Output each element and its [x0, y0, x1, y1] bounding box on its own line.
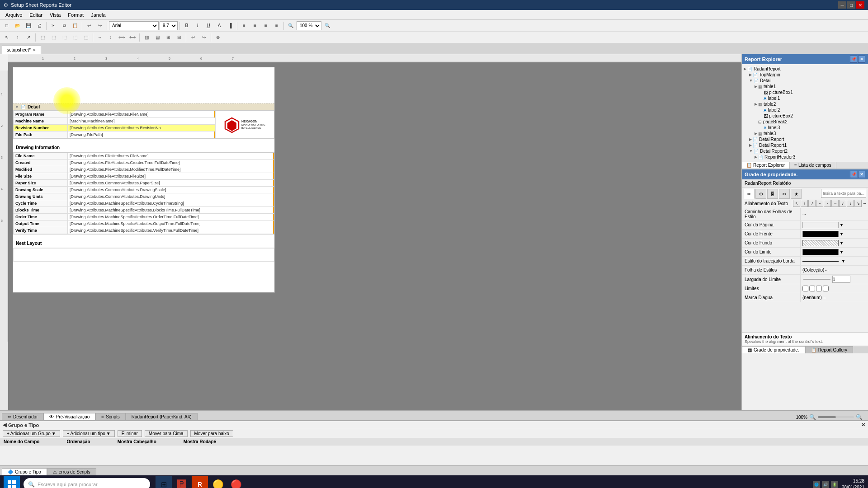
prop-tab-star[interactable]: ★ — [791, 189, 802, 199]
tb2-btn-9[interactable]: ↔ — [95, 33, 105, 42]
limit-checkbox-4[interactable] — [823, 286, 829, 291]
watermark-more[interactable]: ··· — [823, 296, 826, 300]
align-center-button[interactable]: ≡ — [250, 21, 260, 30]
tab-lista-campos[interactable]: ≡ Lista de campos — [790, 162, 836, 169]
move-up-button[interactable]: Mover para Cima — [145, 430, 188, 437]
tb2-redo[interactable]: ↪ — [199, 33, 209, 42]
delete-button[interactable]: Eliminar — [118, 430, 142, 437]
tree-item-picturebox2[interactable]: ▶ 🖼 pictureBox2 — [744, 113, 866, 119]
bordercolor-box[interactable] — [802, 249, 839, 255]
close-button[interactable]: ✕ — [856, 1, 864, 9]
menu-vista[interactable]: Vista — [46, 11, 64, 19]
add-group-button[interactable]: + Adicionar um Grupo ▼ — [3, 430, 60, 437]
tree-item-label2[interactable]: ▶ A label2 — [744, 107, 866, 113]
undo-button[interactable]: ↩ — [84, 21, 94, 30]
move-down-button[interactable]: Mover para baixo — [190, 430, 233, 437]
add-type-button[interactable]: + Adicionar um tipo ▼ — [63, 430, 115, 437]
prop-close-button[interactable]: ✕ — [858, 171, 865, 178]
border-width-input[interactable] — [832, 276, 850, 283]
taskbar-app-2[interactable]: 🅿 — [174, 476, 190, 488]
tab-grupo-tipo[interactable]: 🔷 Grupo e Tipo — [2, 468, 47, 475]
align-top-center[interactable]: ↑ — [801, 200, 808, 207]
menu-janela[interactable]: Janela — [87, 11, 109, 19]
justify-button[interactable]: ≡ — [272, 21, 282, 30]
limit-checkbox-2[interactable] — [809, 286, 815, 291]
tree-item-table2[interactable]: ▶ ▦ table2 — [744, 101, 866, 107]
tree-item-detailreport[interactable]: ▶ 📄 DetailReport — [744, 136, 866, 142]
zoom-in-button[interactable]: 🔍 — [322, 21, 332, 30]
align-mid-left[interactable]: ← — [816, 200, 823, 207]
collapse-icon[interactable]: ◀ — [3, 422, 6, 428]
tree-item-topmargin[interactable]: ▶ 📄 TopMargin — [744, 72, 866, 78]
bottom-tab-radanreport[interactable]: RadanReport (PaperKind: A4) — [126, 413, 198, 420]
bordercolor-dropdown[interactable]: ▼ — [840, 250, 844, 254]
border-style-dropdown[interactable]: ▼ — [841, 259, 845, 263]
tb2-btn-3[interactable]: ↗ — [24, 33, 33, 42]
page-color-box[interactable] — [802, 222, 839, 228]
tb2-btn-2[interactable]: ↑ — [13, 33, 23, 42]
tb2-btn-15[interactable]: ⊞ — [163, 33, 173, 42]
taskbar-app-5[interactable]: 🔴 — [228, 476, 244, 488]
tree-item-detailreport1[interactable]: ▶ 📄 DetailReport1 — [744, 142, 866, 148]
tree-item-label1[interactable]: ▶ A label1 — [744, 95, 866, 101]
tree-item-reportheader3[interactable]: ▶ 📄 ReportHeader3 — [744, 154, 866, 160]
tab-close-button[interactable]: ✕ — [33, 48, 36, 52]
tb2-btn-17[interactable]: ⊕ — [213, 33, 223, 42]
align-left-button[interactable]: ≡ — [239, 21, 249, 30]
cut-button[interactable]: ✂ — [48, 21, 58, 30]
tb2-btn-8[interactable]: ⬚ — [81, 33, 91, 42]
zoom-out-btn[interactable]: 🔍 — [809, 414, 816, 420]
group-type-close[interactable]: ✕ — [861, 422, 865, 428]
italic-button[interactable]: I — [193, 21, 203, 30]
page-color-dropdown[interactable]: ▼ — [840, 223, 844, 227]
backcolor-dropdown[interactable]: ▼ — [840, 241, 844, 245]
prop-tab-gear[interactable]: ⚙ — [755, 189, 766, 199]
tb2-btn-14[interactable]: ▤ — [152, 33, 162, 42]
tree-item-radanreport[interactable]: ▶ 📄 RadanReport — [744, 66, 866, 72]
font-color-button[interactable]: A — [214, 21, 224, 30]
limit-checkbox-1[interactable] — [802, 286, 808, 291]
copy-button[interactable]: ⧉ — [59, 21, 69, 30]
tree-item-table1[interactable]: ▶ ▦ table1 — [744, 84, 866, 89]
tb2-btn-12[interactable]: ⟷ — [127, 33, 137, 42]
taskbar-app-1[interactable]: ⊞ — [156, 476, 172, 488]
align-bot-right[interactable]: ↘ — [854, 200, 862, 207]
tb2-btn-16[interactable]: ⊟ — [174, 33, 184, 42]
align-bot-left[interactable]: ↙ — [839, 200, 846, 207]
prop-pin-button[interactable]: 📌 — [850, 171, 857, 178]
zoom-slider[interactable] — [818, 416, 854, 418]
taskbar-app-4[interactable]: 🟡 — [210, 476, 226, 488]
zoom-selector[interactable]: 100 % — [297, 21, 321, 30]
new-button[interactable]: □ — [2, 21, 12, 30]
bottom-tab-gallery[interactable]: 📋 Report Gallery — [805, 346, 853, 353]
align-top-left[interactable]: ↖ — [793, 200, 800, 207]
redo-button[interactable]: ↪ — [95, 21, 105, 30]
canvas-scroll[interactable]: ▼ 📄 Detail Program Name [Drawing.Attribu… — [8, 62, 741, 410]
tb2-btn-5[interactable]: ⬚ — [48, 33, 58, 42]
tree-item-picturebox1[interactable]: ▶ 🖼 pictureBox1 — [744, 89, 866, 95]
prop-tab-db[interactable]: 🗄 — [767, 189, 778, 199]
underline-button[interactable]: U — [203, 21, 213, 30]
tree-item-pagebreak2[interactable]: ▶ ⊟ pageBreak2 — [744, 119, 866, 125]
save-button[interactable]: 💾 — [24, 21, 33, 30]
prop-more-stylesheetpath[interactable]: ··· — [802, 212, 806, 216]
explorer-close-button[interactable]: ✕ — [858, 56, 865, 63]
align-mid-center[interactable]: · — [824, 200, 831, 207]
stylesheets-more[interactable]: ··· — [825, 268, 829, 272]
backcolor-box[interactable] — [802, 240, 839, 246]
prop-tab-pencil[interactable]: ✏ — [744, 189, 755, 199]
menu-arquivo[interactable]: Arquivo — [2, 11, 26, 19]
limit-checkbox-3[interactable] — [816, 286, 822, 291]
bottom-tab-preview[interactable]: 👁 Pré-Visualização — [43, 413, 95, 420]
tb2-btn-11[interactable]: ⟺ — [117, 33, 127, 42]
align-top-right[interactable]: ↗ — [808, 200, 816, 207]
tree-item-detailreport2[interactable]: ▼ 📄 DetailReport2 — [744, 148, 866, 154]
font-selector[interactable]: Arial — [109, 21, 159, 30]
start-button[interactable] — [4, 476, 20, 488]
menu-editar[interactable]: Editar — [26, 11, 46, 19]
tb2-btn-7[interactable]: ⬚ — [70, 33, 80, 42]
prop-more-align[interactable]: ··· — [863, 201, 866, 206]
taskbar-search-box[interactable]: 🔍 Escreva aqui para procurar — [24, 478, 150, 488]
prop-tab-scissors[interactable]: ✂ — [779, 189, 790, 199]
open-button[interactable]: 📂 — [13, 21, 23, 30]
